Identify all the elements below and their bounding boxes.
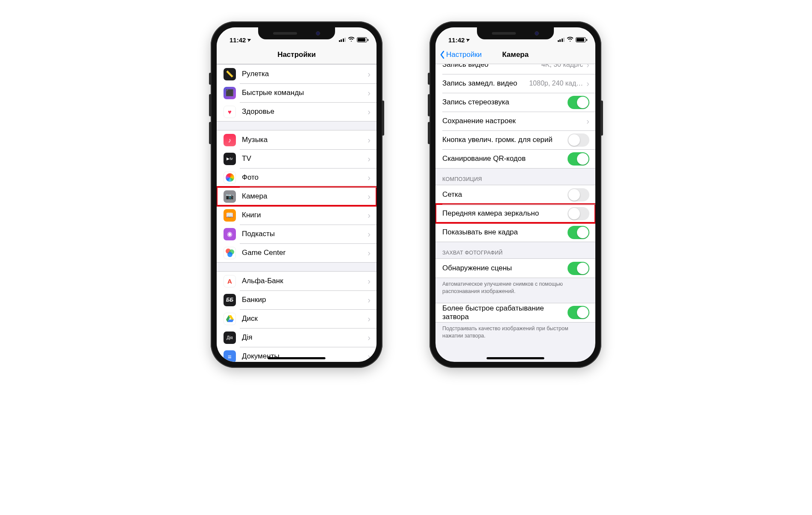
section-footer-scene: Автоматическое улучшение снимков с помощ… — [435, 278, 595, 297]
wifi-icon — [567, 36, 574, 43]
row-label: Подкасты — [242, 230, 368, 238]
iphone-frame-left: 11:42 ➤ Настройки 📏Рулетка›⬛Быстрые кома… — [211, 21, 382, 368]
row-label: Обнаружение сцены — [442, 264, 568, 272]
home-indicator[interactable] — [268, 357, 326, 359]
cellular-icon — [339, 38, 346, 42]
setting-row[interactable]: Кнопка увелич. громк. для серий — [435, 130, 595, 149]
camera-settings-list[interactable]: Запись видео4K, 30 кадр/с›Запись замедл.… — [435, 64, 595, 362]
back-button[interactable]: Настройки — [440, 50, 482, 59]
toggle-switch[interactable] — [568, 207, 589, 220]
setting-row[interactable]: Сохранение настроек› — [435, 112, 595, 130]
settings-row-diia[interactable]: ДіяДія› — [217, 328, 377, 347]
row-label: Документы — [242, 352, 368, 361]
chevron-right-icon: › — [368, 136, 371, 144]
toggle-switch[interactable] — [568, 152, 589, 166]
settings-row-bankir[interactable]: БББанкир› — [217, 290, 377, 309]
setting-row[interactable]: Сетка — [435, 185, 595, 204]
row-label: Сканирование QR-кодов — [442, 154, 568, 163]
row-label: Дія — [242, 333, 368, 342]
diia-icon: Дія — [224, 331, 236, 344]
row-label: Сетка — [442, 190, 568, 199]
settings-row-alfabank[interactable]: ААльфа-Банк› — [217, 272, 377, 290]
podcasts-icon: ◉ — [224, 228, 236, 240]
toggle-switch[interactable] — [568, 262, 589, 275]
chevron-right-icon: › — [368, 314, 371, 323]
settings-row-docs[interactable]: ≡Документы› — [217, 347, 377, 362]
chevron-right-icon: › — [586, 64, 589, 69]
measure-icon: 📏 — [224, 68, 236, 80]
toggle-switch[interactable] — [568, 133, 589, 147]
camera-icon: 📷 — [224, 190, 236, 203]
row-label: TV — [242, 154, 368, 163]
chevron-right-icon: › — [368, 173, 371, 182]
settings-row-photos[interactable]: Фото› — [217, 168, 377, 187]
chevron-right-icon: › — [368, 89, 371, 97]
wifi-icon — [348, 36, 355, 43]
toggle-switch[interactable] — [568, 188, 589, 201]
settings-row-camera[interactable]: 📷Камера› — [217, 187, 377, 206]
row-label: Game Center — [242, 249, 368, 257]
tv-icon: ▶tv — [224, 153, 236, 165]
home-indicator[interactable] — [487, 357, 544, 359]
settings-list[interactable]: 📏Рулетка›⬛Быстрые команды›♥Здоровье› ♪Му… — [217, 64, 377, 362]
location-icon: ➤ — [247, 37, 252, 43]
alfabank-icon: А — [224, 275, 236, 287]
photos-icon — [224, 172, 236, 184]
row-label: Диск — [242, 314, 368, 323]
row-label: Фото — [242, 173, 368, 182]
setting-row[interactable]: Сканирование QR-кодов — [435, 149, 595, 168]
row-label: Передняя камера зеркально — [442, 209, 568, 218]
setting-row[interactable]: Показывать вне кадра — [435, 223, 595, 242]
books-icon: 📖 — [224, 209, 236, 222]
settings-row-health[interactable]: ♥Здоровье› — [217, 102, 377, 121]
shortcuts-icon: ⬛ — [224, 87, 236, 99]
chevron-right-icon: › — [368, 107, 371, 116]
page-title: Настройки — [277, 50, 316, 59]
location-icon: ➤ — [465, 37, 471, 43]
battery-icon — [357, 37, 367, 42]
row-label: Более быстрое срабатывание затвора — [442, 304, 568, 321]
chevron-right-icon: › — [368, 192, 371, 201]
row-label: Книги — [242, 211, 368, 219]
status-time: 11:42 — [448, 36, 465, 44]
row-label: Банкир — [242, 296, 368, 304]
chevron-right-icon: › — [368, 249, 371, 257]
toggle-switch[interactable] — [568, 306, 589, 319]
row-label: Здоровье — [242, 107, 368, 116]
chevron-right-icon: › — [368, 70, 371, 78]
setting-row[interactable]: Запись замедл. видео1080p, 240 кад…› — [435, 74, 595, 93]
setting-row[interactable]: Более быстрое срабатывание затвора — [435, 303, 595, 322]
chevron-right-icon: › — [368, 277, 371, 285]
row-label: Быстрые команды — [242, 89, 368, 97]
row-label: Музыка — [242, 136, 368, 144]
row-label: Альфа-Банк — [242, 277, 368, 285]
setting-row[interactable]: Запись стереозвука — [435, 93, 595, 112]
row-label: Камера — [242, 192, 368, 201]
iphone-frame-right: 11:42 ➤ Настройки Камера Запись видео4K,… — [430, 21, 601, 368]
settings-row-tv[interactable]: ▶tvTV› — [217, 149, 377, 168]
settings-row-gamecenter[interactable]: Game Center› — [217, 243, 377, 262]
setting-row[interactable]: Передняя камера зеркально — [435, 204, 595, 223]
back-label: Настройки — [446, 50, 482, 59]
gamecenter-icon — [224, 247, 236, 259]
settings-row-podcasts[interactable]: ◉Подкасты› — [217, 225, 377, 243]
notch — [258, 27, 335, 39]
settings-row-measure[interactable]: 📏Рулетка› — [217, 65, 377, 83]
row-label: Запись видео — [442, 64, 541, 69]
setting-row[interactable]: Обнаружение сцены — [435, 259, 595, 278]
settings-row-shortcuts[interactable]: ⬛Быстрые команды› — [217, 83, 377, 102]
row-label: Сохранение настроек — [442, 117, 586, 125]
setting-row[interactable]: Запись видео4K, 30 кадр/с› — [435, 64, 595, 74]
health-icon: ♥ — [224, 106, 236, 118]
toggle-switch[interactable] — [568, 226, 589, 239]
settings-row-music[interactable]: ♪Музыка› — [217, 130, 377, 149]
page-title: Камера — [502, 50, 529, 59]
settings-row-books[interactable]: 📖Книги› — [217, 206, 377, 225]
row-detail: 4K, 30 кадр/с — [541, 64, 583, 68]
chevron-right-icon: › — [368, 211, 371, 219]
navbar-settings: Настройки — [217, 45, 377, 64]
row-label: Показывать вне кадра — [442, 228, 568, 237]
section-footer-shutter: Подстраивать качество изображений при бы… — [435, 323, 595, 341]
toggle-switch[interactable] — [568, 96, 589, 109]
settings-row-drive[interactable]: Диск› — [217, 309, 377, 328]
